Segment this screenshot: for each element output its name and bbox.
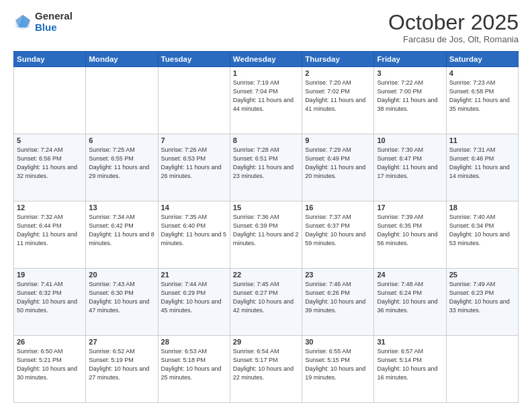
calendar-week-3: 12Sunrise: 7:32 AM Sunset: 6:44 PM Dayli… xyxy=(14,201,519,269)
day-number: 17 xyxy=(377,203,443,212)
day-number: 14 xyxy=(161,203,227,212)
day-info: Sunrise: 7:24 AM Sunset: 6:56 PM Dayligh… xyxy=(17,146,83,181)
day-info: Sunrise: 7:23 AM Sunset: 6:58 PM Dayligh… xyxy=(449,79,515,113)
day-info: Sunrise: 7:34 AM Sunset: 6:42 PM Dayligh… xyxy=(89,213,154,248)
day-header-wednesday: Wednesday xyxy=(230,52,302,67)
day-info: Sunrise: 7:29 AM Sunset: 6:49 PM Dayligh… xyxy=(305,146,371,181)
day-info: Sunrise: 7:43 AM Sunset: 6:30 PM Dayligh… xyxy=(89,280,154,315)
calendar-cell: 27Sunrise: 6:52 AM Sunset: 5:19 PM Dayli… xyxy=(86,336,158,403)
day-number: 31 xyxy=(377,338,443,346)
calendar-cell xyxy=(158,67,230,134)
calendar-cell xyxy=(86,67,158,134)
day-info: Sunrise: 7:45 AM Sunset: 6:27 PM Dayligh… xyxy=(233,280,299,315)
day-number: 8 xyxy=(233,136,299,144)
calendar-cell: 3Sunrise: 7:22 AM Sunset: 7:00 PM Daylig… xyxy=(374,67,446,134)
day-info: Sunrise: 7:31 AM Sunset: 6:46 PM Dayligh… xyxy=(449,146,515,181)
day-info: Sunrise: 7:37 AM Sunset: 6:37 PM Dayligh… xyxy=(305,213,371,248)
day-header-saturday: Saturday xyxy=(446,52,518,67)
calendar-cell: 9Sunrise: 7:29 AM Sunset: 6:49 PM Daylig… xyxy=(302,134,374,201)
day-info: Sunrise: 7:20 AM Sunset: 7:02 PM Dayligh… xyxy=(305,79,371,113)
day-info: Sunrise: 7:46 AM Sunset: 6:26 PM Dayligh… xyxy=(305,280,371,315)
day-number: 10 xyxy=(377,136,443,144)
day-info: Sunrise: 7:39 AM Sunset: 6:35 PM Dayligh… xyxy=(377,213,443,248)
day-number: 22 xyxy=(233,271,299,279)
day-header-friday: Friday xyxy=(374,52,446,67)
day-number: 25 xyxy=(449,271,515,279)
calendar-cell: 25Sunrise: 7:49 AM Sunset: 6:23 PM Dayli… xyxy=(446,269,518,336)
calendar-cell: 28Sunrise: 6:53 AM Sunset: 5:18 PM Dayli… xyxy=(158,336,230,403)
logo-general-text: General xyxy=(35,11,73,22)
calendar-table: SundayMondayTuesdayWednesdayThursdayFrid… xyxy=(13,51,519,403)
page: General Blue October 2025 Farcasu de Jos… xyxy=(0,0,532,411)
calendar-week-4: 19Sunrise: 7:41 AM Sunset: 6:32 PM Dayli… xyxy=(14,269,519,336)
calendar-cell: 21Sunrise: 7:44 AM Sunset: 6:29 PM Dayli… xyxy=(158,269,230,336)
logo-blue-text: Blue xyxy=(35,22,73,34)
header: General Blue October 2025 Farcasu de Jos… xyxy=(13,11,519,44)
calendar-week-5: 26Sunrise: 6:50 AM Sunset: 5:21 PM Dayli… xyxy=(14,336,519,403)
day-number: 11 xyxy=(449,136,515,144)
day-info: Sunrise: 6:53 AM Sunset: 5:18 PM Dayligh… xyxy=(161,347,227,382)
calendar-cell: 5Sunrise: 7:24 AM Sunset: 6:56 PM Daylig… xyxy=(14,134,86,201)
day-number: 2 xyxy=(305,69,371,77)
day-number: 1 xyxy=(233,69,299,77)
day-info: Sunrise: 7:48 AM Sunset: 6:24 PM Dayligh… xyxy=(377,280,443,315)
day-number: 9 xyxy=(305,136,371,144)
day-info: Sunrise: 7:40 AM Sunset: 6:34 PM Dayligh… xyxy=(449,213,515,248)
location-subtitle: Farcasu de Jos, Olt, Romania xyxy=(388,34,519,44)
calendar-cell: 16Sunrise: 7:37 AM Sunset: 6:37 PM Dayli… xyxy=(302,201,374,269)
day-info: Sunrise: 7:30 AM Sunset: 6:47 PM Dayligh… xyxy=(377,146,443,181)
calendar-header-row: SundayMondayTuesdayWednesdayThursdayFrid… xyxy=(14,52,519,67)
day-number: 5 xyxy=(17,136,83,144)
calendar-cell: 31Sunrise: 6:57 AM Sunset: 5:14 PM Dayli… xyxy=(374,336,446,403)
month-title: October 2025 xyxy=(388,11,519,34)
calendar-week-2: 5Sunrise: 7:24 AM Sunset: 6:56 PM Daylig… xyxy=(14,134,519,201)
day-info: Sunrise: 7:32 AM Sunset: 6:44 PM Dayligh… xyxy=(17,213,83,248)
day-info: Sunrise: 7:28 AM Sunset: 6:51 PM Dayligh… xyxy=(233,146,299,181)
calendar-cell: 2Sunrise: 7:20 AM Sunset: 7:02 PM Daylig… xyxy=(302,67,374,134)
day-number: 20 xyxy=(89,271,154,279)
day-header-monday: Monday xyxy=(86,52,158,67)
day-number: 30 xyxy=(305,338,371,346)
logo: General Blue xyxy=(13,11,73,33)
day-number: 15 xyxy=(233,203,299,212)
day-number: 24 xyxy=(377,271,443,279)
calendar-cell: 1Sunrise: 7:19 AM Sunset: 7:04 PM Daylig… xyxy=(230,67,302,134)
day-info: Sunrise: 7:19 AM Sunset: 7:04 PM Dayligh… xyxy=(233,79,299,113)
day-info: Sunrise: 6:52 AM Sunset: 5:19 PM Dayligh… xyxy=(89,347,154,382)
day-info: Sunrise: 7:49 AM Sunset: 6:23 PM Dayligh… xyxy=(449,280,515,315)
day-info: Sunrise: 6:54 AM Sunset: 5:17 PM Dayligh… xyxy=(233,347,299,382)
calendar-cell: 18Sunrise: 7:40 AM Sunset: 6:34 PM Dayli… xyxy=(446,201,518,269)
day-info: Sunrise: 7:41 AM Sunset: 6:32 PM Dayligh… xyxy=(17,280,83,315)
calendar-cell: 6Sunrise: 7:25 AM Sunset: 6:55 PM Daylig… xyxy=(86,134,158,201)
day-header-tuesday: Tuesday xyxy=(158,52,230,67)
calendar-cell: 26Sunrise: 6:50 AM Sunset: 5:21 PM Dayli… xyxy=(14,336,86,403)
day-number: 27 xyxy=(89,338,154,346)
day-info: Sunrise: 7:22 AM Sunset: 7:00 PM Dayligh… xyxy=(377,79,443,113)
day-number: 18 xyxy=(449,203,515,212)
calendar-cell: 23Sunrise: 7:46 AM Sunset: 6:26 PM Dayli… xyxy=(302,269,374,336)
calendar-cell xyxy=(14,67,86,134)
day-info: Sunrise: 6:55 AM Sunset: 5:15 PM Dayligh… xyxy=(305,347,371,382)
day-number: 13 xyxy=(89,203,154,212)
day-number: 21 xyxy=(161,271,227,279)
day-number: 16 xyxy=(305,203,371,212)
calendar-cell: 30Sunrise: 6:55 AM Sunset: 5:15 PM Dayli… xyxy=(302,336,374,403)
logo-icon xyxy=(13,13,32,32)
calendar-cell: 22Sunrise: 7:45 AM Sunset: 6:27 PM Dayli… xyxy=(230,269,302,336)
calendar-cell: 15Sunrise: 7:36 AM Sunset: 6:39 PM Dayli… xyxy=(230,201,302,269)
calendar-cell: 12Sunrise: 7:32 AM Sunset: 6:44 PM Dayli… xyxy=(14,201,86,269)
day-number: 28 xyxy=(161,338,227,346)
day-number: 19 xyxy=(17,271,83,279)
day-header-thursday: Thursday xyxy=(302,52,374,67)
day-number: 23 xyxy=(305,271,371,279)
day-number: 29 xyxy=(233,338,299,346)
calendar-cell: 8Sunrise: 7:28 AM Sunset: 6:51 PM Daylig… xyxy=(230,134,302,201)
calendar-cell: 14Sunrise: 7:35 AM Sunset: 6:40 PM Dayli… xyxy=(158,201,230,269)
calendar-cell: 24Sunrise: 7:48 AM Sunset: 6:24 PM Dayli… xyxy=(374,269,446,336)
calendar-cell: 7Sunrise: 7:26 AM Sunset: 6:53 PM Daylig… xyxy=(158,134,230,201)
calendar-cell: 29Sunrise: 6:54 AM Sunset: 5:17 PM Dayli… xyxy=(230,336,302,403)
calendar-week-1: 1Sunrise: 7:19 AM Sunset: 7:04 PM Daylig… xyxy=(14,67,519,134)
day-header-sunday: Sunday xyxy=(14,52,86,67)
day-number: 7 xyxy=(161,136,227,144)
calendar-cell: 10Sunrise: 7:30 AM Sunset: 6:47 PM Dayli… xyxy=(374,134,446,201)
